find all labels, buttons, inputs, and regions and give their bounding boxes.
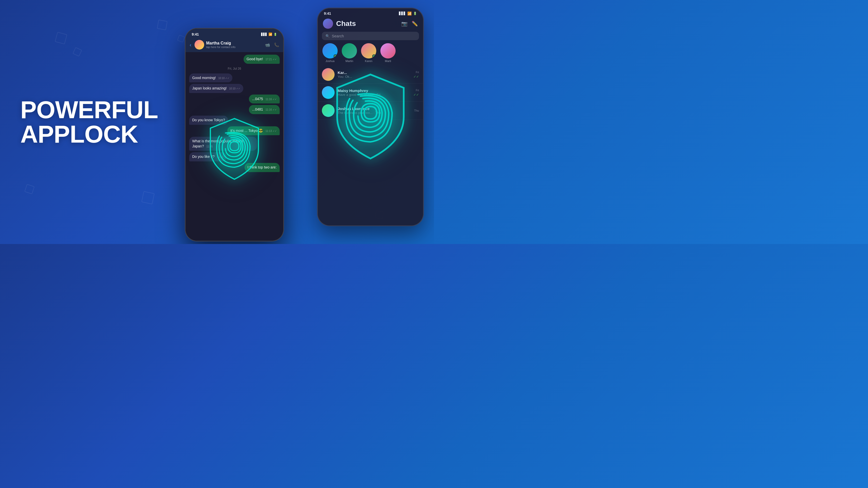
search-icon: 🔍	[326, 34, 330, 38]
message-row: ...0475 11:16 ✓✓	[189, 95, 280, 104]
chat-list: Kar... You: Ok... Fri ✓✓ Maisy Humphrey …	[318, 66, 423, 120]
message-row: What is the most popular meal in Japan? …	[189, 137, 280, 151]
message-bubble-sent: ...0481 11:16 ✓✓	[249, 105, 280, 114]
message-bubble-received: Japan looks amazing! 10:10 ✓✓	[189, 84, 243, 93]
contact-info: Martha Craig tap here for contact info	[206, 41, 263, 48]
message-time: 11:45	[207, 145, 213, 148]
back-status-bar: 9:41 ▋▋▋ 📶 🔋	[318, 8, 423, 17]
chat-name-maisy: Maisy Humphrey	[338, 89, 410, 93]
chat-item-maisy[interactable]: Maisy Humphrey Have a good day, Maisy! ·…	[318, 84, 423, 102]
story-avatar-joshua	[322, 43, 338, 59]
messages-container: Good bye! 17:21 ✓✓ Fri, Jul 26 Good morn…	[186, 52, 283, 174]
message-row: Good bye! 17:21 ✓✓	[189, 55, 280, 64]
front-status-time: 9:41	[192, 32, 199, 36]
back-signal-icon: ▋▋▋	[399, 12, 406, 15]
chat-header: ‹ Martha Craig tap here for contact info…	[186, 38, 283, 52]
app-title: POWERFUL APPLOCK	[20, 98, 143, 147]
chat-name-karen: Kar...	[338, 70, 410, 75]
back-title: Chats	[336, 20, 356, 28]
story-name-karen: Karen	[365, 60, 372, 63]
chat-info-joshua: Joshua Lawrence The business plan loo...…	[338, 106, 411, 115]
story-item[interactable]: Martin	[341, 43, 358, 63]
message-bubble-received: Good morning! 10:10 ✓✓	[189, 73, 232, 83]
message-bubble-sent: ...0475 11:16 ✓✓	[249, 95, 280, 104]
check-icon-karen: ✓✓	[413, 75, 419, 78]
chat-time-joshua: Thu	[414, 109, 419, 112]
chat-meta-karen: Fri ✓✓	[413, 71, 419, 78]
story-name-martin: Martin	[345, 60, 353, 63]
back-header: Chats 📷 ✏️	[318, 17, 423, 32]
message-row: ...0481 11:16 ✓✓	[189, 105, 280, 114]
chat-avatar-maisy	[322, 86, 335, 99]
video-call-icon[interactable]: 📹	[265, 42, 270, 47]
message-time: 10:10 ✓✓	[218, 77, 229, 79]
message-row: I think top two are:	[189, 163, 280, 172]
chat-item-karen[interactable]: Kar... You: Ok... Fri ✓✓	[318, 66, 423, 84]
back-battery-icon: 🔋	[413, 12, 417, 15]
camera-icon[interactable]: 📷	[401, 21, 408, 27]
message-time: 11:13 ✓✓	[266, 130, 277, 132]
story-item[interactable]: Joshua	[322, 43, 338, 63]
story-name-joshua: Joshua	[326, 60, 334, 63]
back-wifi-icon: 📶	[407, 11, 412, 15]
message-time: 11:16 ✓✓	[266, 108, 277, 111]
message-bubble-sent: Good bye! 17:21 ✓✓	[244, 55, 280, 64]
contact-avatar	[194, 40, 204, 50]
front-signal-icon: ▋▋▋	[261, 33, 267, 36]
message-row: Japan looks amazing! 10:10 ✓✓	[189, 84, 280, 93]
message-row: Do you like it? 11:51	[189, 152, 280, 161]
chat-name-joshua: Joshua Lawrence	[338, 106, 411, 111]
chat-avatar-joshua	[322, 104, 335, 117]
back-status-time: 9:41	[324, 11, 331, 15]
message-bubble-received: Do you like it? 11:51	[189, 152, 226, 161]
compose-icon[interactable]: ✏️	[412, 21, 418, 27]
hero-text-section: POWERFUL APPLOCK	[20, 98, 143, 147]
message-time: 17:21 ✓✓	[266, 58, 277, 61]
message-time: 11:51	[217, 156, 223, 158]
chat-avatar-karen	[322, 68, 335, 81]
phone-front: 9:41 ▋▋▋ 📶 🔋 ‹ Martha Craig tap here for…	[185, 28, 284, 241]
phone-back: 9:41 ▋▋▋ 📶 🔋 Chats 📷 ✏️	[317, 8, 424, 226]
back-button[interactable]: ‹	[190, 42, 191, 48]
story-name-marti: Marti	[385, 60, 391, 63]
story-item[interactable]: Marti	[380, 43, 396, 63]
message-time: 11:16 ✓✓	[266, 98, 277, 101]
message-bubble-received: What is the most popular meal in Japan? …	[189, 137, 257, 151]
search-placeholder: Search	[332, 34, 344, 38]
story-item[interactable]: Karen	[361, 43, 377, 63]
chat-preview-maisy: Have a good day, Maisy! · Fri	[338, 93, 410, 97]
message-bubble-received: Do you know Tokyo?	[189, 116, 228, 125]
chat-meta-joshua: Thu	[414, 109, 419, 112]
message-row: It's most ... Tokyo 😎 11:13 ✓✓	[189, 126, 280, 135]
stories-row: Joshua Martin Karen Marti	[318, 43, 423, 66]
message-time: 10:10 ✓✓	[229, 87, 240, 90]
chat-time-karen: Fri	[416, 71, 419, 74]
story-avatar-karen	[361, 43, 376, 59]
chat-info-maisy: Maisy Humphrey Have a good day, Maisy! ·…	[338, 89, 410, 97]
chat-preview-joshua: The business plan loo... · Thu	[338, 111, 411, 115]
chat-preview-karen: You: Ok...	[338, 75, 410, 78]
message-row: Good morning! 10:10 ✓✓	[189, 73, 280, 83]
contact-sub: tap here for contact info	[206, 45, 263, 48]
chat-time-maisy: Fri	[416, 89, 419, 92]
front-wifi-icon: 📶	[269, 33, 272, 36]
chat-item-joshua[interactable]: Joshua Lawrence The business plan loo...…	[318, 102, 423, 120]
call-icons: 📹 📞	[265, 42, 279, 47]
front-battery-icon: 🔋	[274, 33, 277, 36]
story-avatar-martin	[342, 43, 357, 59]
phones-container: 9:41 ▋▋▋ 📶 🔋 Chats 📷 ✏️	[154, 0, 434, 244]
message-row: Do you know Tokyo?	[189, 116, 280, 125]
message-bubble-sent: It's most ... Tokyo 😎 11:13 ✓✓	[227, 126, 280, 135]
phone-call-icon[interactable]: 📞	[274, 42, 279, 47]
front-status-bar: 9:41 ▋▋▋ 📶 🔋	[186, 29, 283, 38]
search-bar[interactable]: 🔍 Search	[322, 32, 419, 40]
story-avatar-marti	[380, 43, 396, 59]
date-divider: Fri, Jul 26	[189, 67, 280, 70]
chat-info-karen: Kar... You: Ok...	[338, 70, 410, 78]
back-profile-avatar	[323, 19, 333, 29]
check-icon-maisy: ✓✓	[413, 93, 419, 97]
chat-meta-maisy: Fri ✓✓	[413, 89, 419, 97]
message-bubble-sent: I think top two are:	[245, 163, 280, 172]
contact-name: Martha Craig	[206, 41, 263, 45]
